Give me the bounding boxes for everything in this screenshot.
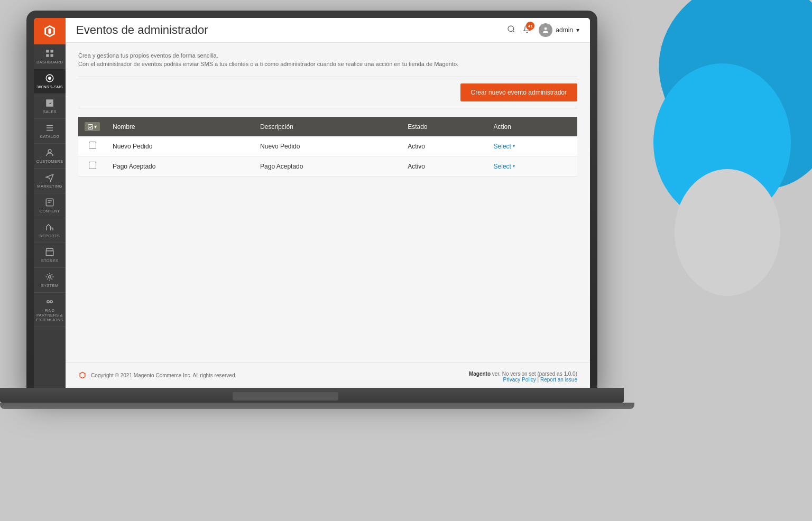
footer-version: Magento ver. No version set (parsed as 1… [469, 371, 577, 377]
stores-icon [45, 247, 54, 257]
select-chevron-1: ▾ [513, 164, 515, 169]
table-col-descripcion: Descripción [254, 117, 401, 136]
partners-icon [45, 297, 54, 306]
sidebar-item-system-label: SYSTEM [41, 283, 59, 288]
laptop-bottom [0, 403, 634, 409]
row-nombre-0: Nuevo Pedido [106, 136, 254, 156]
marketing-icon [45, 173, 54, 182]
svg-point-9 [47, 301, 50, 303]
svg-rect-1 [51, 50, 53, 52]
sidebar-item-content[interactable]: CONTENT [34, 193, 66, 218]
table-col-estado: Estado [401, 117, 487, 136]
sidebar-item-stores-label: STORES [41, 258, 59, 263]
row-checkbox-1[interactable] [89, 162, 96, 169]
user-name: admin [556, 26, 573, 34]
row-checkbox-cell [78, 136, 106, 156]
row-action-0: Select▾ [487, 136, 577, 156]
sidebar-item-sales[interactable]: SALES [34, 94, 66, 119]
content-icon [45, 198, 54, 207]
sidebar: DASHBOARD 360NRS-SMS SALES CATALOG CUSTO… [34, 18, 66, 391]
select-link-1[interactable]: Select▾ [494, 163, 571, 170]
svg-point-6 [48, 150, 51, 153]
row-nombre-1: Pago Aceptado [106, 156, 254, 176]
header-actions: 41 admin ▾ [507, 23, 579, 37]
footer-magento-label: Magento [469, 371, 491, 377]
avatar [539, 23, 552, 37]
svg-rect-2 [46, 54, 49, 57]
row-descripcion-1: Pago Aceptado [254, 156, 401, 176]
reports-icon [45, 222, 54, 232]
sidebar-item-stores[interactable]: STORES [34, 243, 66, 268]
user-avatar-icon [542, 26, 549, 34]
row-estado-1: Activo [401, 156, 487, 176]
page-description-1: Crea y gestiona tus propios eventos de f… [78, 52, 577, 59]
table-row: Pago Aceptado Pago Aceptado Activo Selec… [78, 156, 577, 176]
sidebar-item-partners-label: FIND PARTNERS & EXTENSIONS [36, 308, 63, 322]
catalog-icon [45, 123, 54, 133]
svg-point-11 [508, 26, 514, 32]
footer-links: Privacy Policy | Report an issue [469, 377, 577, 383]
events-table: ▾ Nombre Descripción Estado Action [78, 117, 577, 176]
table-header-row: ▾ Nombre Descripción Estado Action [78, 117, 577, 136]
header-check-label: ▾ [94, 124, 97, 129]
header-check-button[interactable]: ▾ [85, 122, 100, 131]
sidebar-item-content-label: CONTENT [40, 209, 60, 213]
svg-rect-3 [51, 54, 53, 57]
footer-left: Copyright © 2021 Magento Commerce Inc. A… [78, 371, 236, 379]
magento-logo[interactable] [34, 18, 66, 44]
sidebar-item-catalog-label: CATALOG [40, 134, 60, 139]
row-action-1: Select▾ [487, 156, 577, 176]
dashboard-icon [45, 49, 54, 58]
check-icon [88, 124, 93, 129]
sidebar-item-sales-label: SALES [43, 109, 57, 114]
privacy-policy-link[interactable]: Privacy Policy [503, 377, 536, 383]
table-row: Nuevo Pedido Nuevo Pedido Activo Select▾ [78, 136, 577, 156]
row-estado-0: Activo [401, 136, 487, 156]
report-issue-link[interactable]: Report an issue [540, 377, 577, 383]
sidebar-item-partners[interactable]: FIND PARTNERS & EXTENSIONS [34, 293, 66, 327]
row-checkbox-0[interactable] [89, 142, 96, 149]
page-title: Eventos de administrador [76, 23, 208, 37]
row-checkbox-cell [78, 156, 106, 176]
action-bar: Crear nuevo evento administrador [78, 77, 577, 108]
search-icon [507, 25, 515, 33]
sidebar-item-360nrs[interactable]: 360NRS-SMS [34, 69, 66, 94]
laptop-trackpad [233, 392, 338, 401]
select-chevron-0: ▾ [513, 144, 515, 148]
svg-point-5 [48, 77, 51, 80]
sidebar-item-360nrs-label: 360NRS-SMS [36, 85, 63, 89]
footer-right: Magento ver. No version set (parsed as 1… [469, 371, 577, 383]
page-body: Crea y gestiona tus propios eventos de f… [66, 43, 590, 362]
user-menu[interactable]: admin ▾ [539, 23, 579, 37]
search-button[interactable] [507, 25, 515, 35]
svg-rect-0 [46, 50, 49, 52]
sales-icon [45, 98, 54, 108]
sidebar-item-marketing[interactable]: MARKETING [34, 169, 66, 193]
table-col-nombre: Nombre [106, 117, 254, 136]
create-event-button[interactable]: Crear nuevo evento administrador [460, 83, 577, 101]
footer-magento-icon [78, 371, 87, 379]
top-header: Eventos de administrador 41 [66, 18, 590, 43]
decorative-shape-gray [675, 169, 780, 296]
svg-point-12 [545, 27, 547, 30]
user-menu-chevron: ▾ [576, 26, 579, 34]
header-checkbox-area: ▾ [85, 122, 100, 131]
magento-logo-icon [42, 24, 57, 39]
table-col-checkbox: ▾ [78, 117, 106, 136]
footer-version-text: ver. No version set (parsed as 1.0.0) [492, 371, 577, 377]
laptop-screen: DASHBOARD 360NRS-SMS SALES CATALOG CUSTO… [34, 18, 590, 391]
notifications-button[interactable]: 41 [523, 25, 531, 35]
row-descripcion-0: Nuevo Pedido [254, 136, 401, 156]
notification-badge: 41 [526, 22, 534, 30]
system-icon [45, 272, 54, 282]
sidebar-item-dashboard[interactable]: DASHBOARD [34, 44, 66, 69]
sidebar-item-customers-label: CUSTOMERS [36, 159, 63, 164]
sidebar-item-dashboard-label: DASHBOARD [36, 60, 63, 64]
sidebar-item-catalog[interactable]: CATALOG [34, 119, 66, 144]
select-link-0[interactable]: Select▾ [494, 143, 571, 150]
svg-rect-13 [88, 124, 93, 129]
sidebar-item-system[interactable]: SYSTEM [34, 268, 66, 293]
footer-copyright: Copyright © 2021 Magento Commerce Inc. A… [91, 373, 236, 378]
sidebar-item-reports[interactable]: REPORTS [34, 218, 66, 243]
sidebar-item-customers[interactable]: CUSTOMERS [34, 144, 66, 169]
